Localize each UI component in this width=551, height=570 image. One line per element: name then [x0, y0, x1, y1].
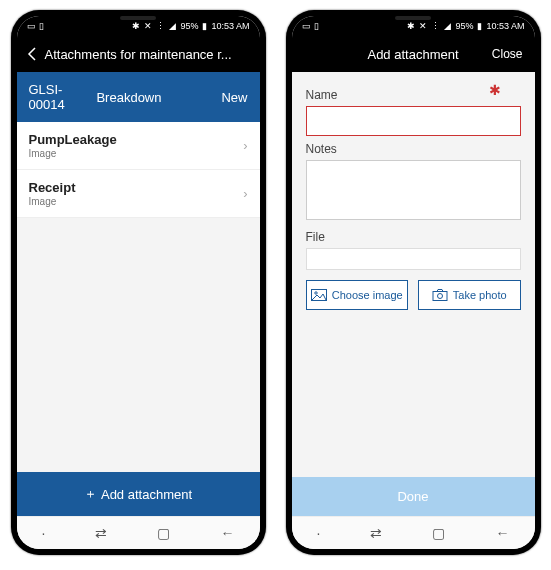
battery-pct: 95% — [455, 21, 473, 31]
done-button[interactable]: Done — [292, 477, 535, 516]
back-icon[interactable] — [27, 47, 37, 61]
notif-icon: ▭ — [27, 21, 36, 31]
record-state: New — [221, 90, 247, 105]
home-icon[interactable]: ▢ — [432, 525, 445, 541]
wifi-icon: ⋮ — [156, 21, 165, 31]
required-icon: ✱ — [489, 82, 501, 98]
android-nav: · ⇄ ▢ ← — [17, 516, 260, 549]
file-label: File — [306, 230, 521, 244]
close-button[interactable]: Close — [492, 47, 523, 61]
list-item[interactable]: PumpLeakage Image › — [17, 122, 260, 170]
app-header-left: Attachments for maintenance r... — [17, 36, 260, 72]
add-attachment-button[interactable]: ＋ Add attachment — [17, 472, 260, 516]
chevron-right-icon: › — [243, 138, 247, 153]
notif-icon: ▭ — [302, 21, 311, 31]
form-area: Name ✱ Notes File Choose image — [292, 72, 535, 477]
photo-label: Take photo — [453, 289, 507, 301]
clock: 10:53 AM — [211, 21, 249, 31]
signal-icon: ◢ — [169, 21, 176, 31]
notes-field[interactable] — [306, 160, 521, 220]
camera-icon — [432, 289, 448, 301]
header-title: Attachments for maintenance r... — [45, 47, 232, 62]
attachment-list: PumpLeakage Image › Receipt Image › — [17, 122, 260, 472]
back-nav-icon[interactable]: ← — [220, 525, 234, 541]
header-title: Add attachment — [367, 47, 458, 62]
choose-image-button[interactable]: Choose image — [306, 280, 409, 310]
phone-right: ▭ ▯ ✱ ✕ ⋮ ◢ 95% ▮ 10:53 AM Add attachmen… — [286, 10, 541, 555]
svg-point-1 — [315, 292, 317, 294]
phone-left: ▭ ▯ ✱ ✕ ⋮ ◢ 95% ▮ 10:53 AM Attachments f… — [11, 10, 266, 555]
clock: 10:53 AM — [486, 21, 524, 31]
chevron-right-icon: › — [243, 186, 247, 201]
recents-icon[interactable]: ⇄ — [95, 525, 107, 541]
back-nav-icon[interactable]: ← — [495, 525, 509, 541]
info-band: GLSI-00014 Breakdown New — [17, 72, 260, 122]
bt-icon: ✱ — [407, 21, 415, 31]
recents-icon[interactable]: ⇄ — [370, 525, 382, 541]
battery-icon: ▮ — [202, 21, 207, 31]
notes-label: Notes — [306, 142, 521, 156]
signal-icon: ◢ — [444, 21, 451, 31]
wifi-icon: ⋮ — [431, 21, 440, 31]
battery-pct: 95% — [180, 21, 198, 31]
record-type: Breakdown — [96, 90, 161, 105]
plus-icon: ＋ — [84, 485, 97, 503]
screen-right: ▭ ▯ ✱ ✕ ⋮ ◢ 95% ▮ 10:53 AM Add attachmen… — [292, 16, 535, 549]
notif-icon2: ▯ — [314, 21, 319, 31]
bt-icon: ✱ — [132, 21, 140, 31]
item-sub: Image — [29, 148, 244, 159]
android-nav: · ⇄ ▢ ← — [292, 516, 535, 549]
mute-icon: ✕ — [419, 21, 427, 31]
add-label: Add attachment — [101, 487, 192, 502]
nav-dot: · — [317, 525, 321, 541]
item-title: Receipt — [29, 180, 244, 195]
file-field[interactable] — [306, 248, 521, 270]
svg-rect-2 — [433, 292, 447, 301]
app-header-right: Add attachment Close — [292, 36, 535, 72]
choose-label: Choose image — [332, 289, 403, 301]
mute-icon: ✕ — [144, 21, 152, 31]
item-sub: Image — [29, 196, 244, 207]
battery-icon: ▮ — [477, 21, 482, 31]
nav-dot: · — [42, 525, 46, 541]
list-item[interactable]: Receipt Image › — [17, 170, 260, 218]
image-icon — [311, 289, 327, 301]
name-field[interactable] — [306, 106, 521, 136]
svg-point-3 — [437, 294, 442, 299]
done-label: Done — [397, 489, 428, 504]
screen-left: ▭ ▯ ✱ ✕ ⋮ ◢ 95% ▮ 10:53 AM Attachments f… — [17, 16, 260, 549]
record-id: GLSI-00014 — [29, 82, 67, 112]
home-icon[interactable]: ▢ — [157, 525, 170, 541]
item-title: PumpLeakage — [29, 132, 244, 147]
notif-icon2: ▯ — [39, 21, 44, 31]
take-photo-button[interactable]: Take photo — [418, 280, 521, 310]
